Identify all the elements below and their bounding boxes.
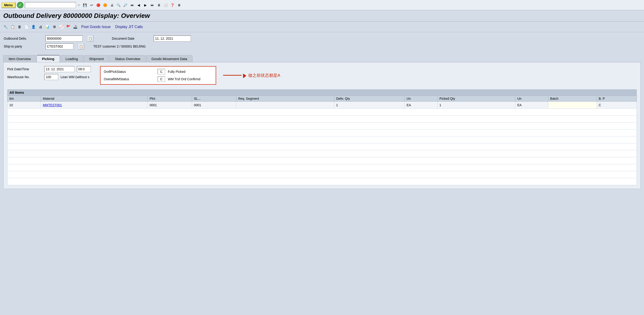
tab-loading[interactable]: Loading [60, 55, 83, 62]
cell-itm: 10 [8, 102, 41, 109]
warehouse-label: Warehouse No. [7, 75, 42, 79]
toolbar-icons-group: 💾 ↩ 🔴 🟠 🖨 🔍 🔎 ⏮ ◀ ▶ ⏭ 🖥 ⬜ ❓ 🖥 [82, 2, 182, 8]
menu-button[interactable]: Menu [2, 2, 16, 8]
table-row [8, 136, 637, 143]
ovrl-pick-status-code: C [158, 69, 165, 74]
table-row [8, 143, 637, 150]
warehouse-desc: Lean WM (without s [60, 75, 90, 79]
cancel-icon[interactable]: 🟠 [102, 2, 108, 8]
status-section: OvrllPickStatus C Fully Picked OverallWM… [100, 66, 280, 85]
warehouse-input[interactable] [44, 74, 58, 80]
cell-empty [8, 136, 637, 143]
outbound-deliv-browse-button[interactable]: 📋 [87, 35, 93, 41]
table-row [8, 122, 637, 129]
ovrl-pick-status-label: OvrllPickStatus [104, 70, 155, 73]
print-icon[interactable]: 🖨 [109, 2, 115, 8]
ship-to-label: Ship-to party [4, 44, 41, 48]
back-icon[interactable]: ↩ [89, 2, 95, 8]
cell-picked-qty: 1 [438, 102, 516, 109]
chart-icon[interactable]: 📈 [58, 24, 64, 30]
find-icon[interactable]: 🔍 [116, 2, 122, 8]
overall-wm-status-code: C [158, 76, 165, 82]
next-page-icon[interactable]: ▶ [142, 2, 148, 8]
col-un2: Un [516, 96, 548, 102]
check-icon[interactable]: ✓ [17, 2, 24, 8]
col-deliv-qty: Deliv. Qty [334, 96, 405, 102]
system-icon[interactable]: 🖥 [176, 2, 182, 8]
tool-icon-1[interactable]: 🔧 [2, 24, 9, 30]
window-icon[interactable]: 🖥 [156, 2, 162, 8]
tab-item-overview[interactable]: Item Overview [3, 55, 36, 62]
cell-empty [8, 178, 637, 185]
form-row-ship-to: Ship-to party 📋 TEST customer 2 / 000001… [4, 43, 640, 49]
cell-empty [8, 109, 637, 115]
form-row-delivery: Outbound Deliv. 📋 Document Date [4, 35, 640, 41]
cell-deliv-qty: 1 [334, 102, 405, 109]
table-row [8, 157, 637, 164]
table-row [8, 178, 637, 185]
pick-date-row: Pick Date/Time [7, 66, 91, 72]
cell-material: MMTEST001 [41, 102, 148, 109]
title-bar: Outbound Delivery 80000000 Display: Over… [0, 10, 644, 21]
outbound-deliv-label: Outbound Deliv. [4, 37, 41, 40]
cell-empty [8, 129, 637, 136]
cell-empty [8, 143, 637, 150]
forward-icon[interactable]: 🔴 [96, 2, 102, 8]
pick-date-label: Pick Date/Time [7, 67, 42, 71]
ship-icon[interactable]: 🚢 [72, 24, 78, 30]
cell-empty [8, 171, 637, 178]
tab-shipment[interactable]: Shipment [84, 55, 109, 62]
ovrl-pick-status-value: Fully Picked [168, 70, 185, 73]
cell-empty [8, 115, 637, 122]
overall-wm-status-value: WM Trsf Ord Confirmd [168, 77, 200, 81]
table-row [8, 150, 637, 157]
find-next-icon[interactable]: 🔎 [122, 2, 128, 8]
copy-icon[interactable]: 📋 [9, 24, 16, 30]
gear-icon[interactable]: ⚙ [51, 24, 58, 30]
cell-empty [8, 150, 637, 157]
cell-b-p: C [597, 102, 636, 109]
table-row [8, 164, 637, 171]
cell-sl: 0001 [192, 102, 236, 109]
tab-picking[interactable]: Picking [37, 55, 60, 62]
tab-goods-movement-data[interactable]: Goods Movement Data [146, 55, 192, 62]
cell-un2: EA [516, 102, 548, 109]
print2-icon[interactable]: 🖨 [37, 24, 44, 30]
doc-icon[interactable]: 📄 [23, 24, 30, 30]
first-page-icon[interactable]: ⏮ [129, 2, 135, 8]
tab-status-overview[interactable]: Status Overview [110, 55, 146, 62]
annotation: 做之前状态都是A [223, 73, 280, 78]
flag-icon[interactable]: 🚩 [65, 24, 72, 30]
col-plnt: Plnt [148, 96, 192, 102]
table-icon[interactable]: 📊 [44, 24, 50, 30]
outbound-deliv-input[interactable] [46, 35, 83, 41]
person-icon[interactable]: 👤 [30, 24, 37, 30]
save-icon[interactable]: 💾 [82, 2, 88, 8]
command-input[interactable] [25, 2, 76, 8]
display-jit-calls-button[interactable]: Display JIT Calls [113, 24, 145, 30]
material-link[interactable]: MMTEST001 [43, 103, 62, 107]
ovrl-pick-status-row: OvrllPickStatus C Fully Picked [104, 69, 212, 74]
table-row [8, 115, 637, 122]
cell-plnt: 0001 [148, 102, 192, 109]
annotation-text: 做之前状态都是A [248, 73, 280, 78]
cell-batch [548, 102, 597, 109]
tabs-container: Item Overview Picking Loading Shipment S… [0, 53, 644, 62]
help-icon[interactable]: ❓ [170, 2, 176, 8]
doc-date-input[interactable] [154, 35, 191, 41]
ship-to-input[interactable] [46, 43, 73, 49]
pick-time-input[interactable] [77, 66, 91, 72]
arrow-icon [223, 73, 246, 78]
post-goods-issue-button[interactable]: Post Goods Issue [80, 24, 112, 30]
table-header-row: Itm Material Plnt SL... Req. Segment Del… [8, 96, 637, 102]
ship-to-browse-button[interactable]: 📋 [78, 43, 84, 49]
pick-date-input[interactable] [44, 66, 74, 72]
prev-page-icon[interactable]: ◀ [136, 2, 142, 8]
cell-empty [8, 164, 637, 171]
warehouse-row: Warehouse No. Lean WM (without s [7, 74, 91, 80]
col-material: Material [41, 96, 148, 102]
last-page-icon[interactable]: ⏭ [149, 2, 155, 8]
table-row [8, 109, 637, 115]
layout-icon[interactable]: ⬜ [163, 2, 169, 8]
trash-icon[interactable]: 🗑 [16, 24, 23, 30]
